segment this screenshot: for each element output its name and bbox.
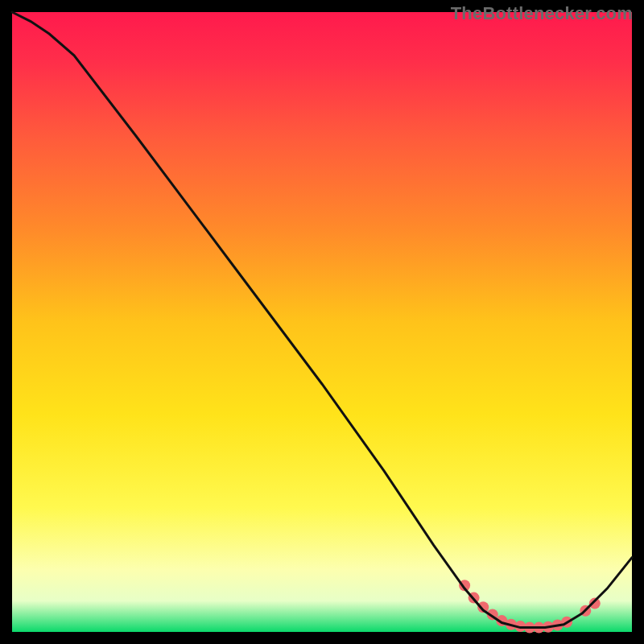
bottleneck-chart — [0, 0, 644, 644]
chart-container: TheBottlenecker.com — [0, 0, 644, 644]
watermark-label: TheBottlenecker.com — [451, 3, 633, 24]
plot-background — [12, 12, 632, 632]
